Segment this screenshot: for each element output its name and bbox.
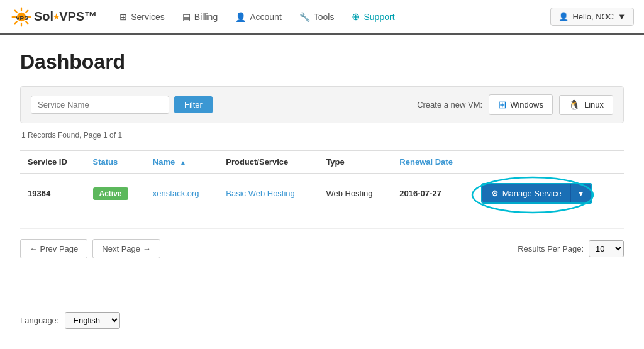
table-header: Service ID Status Name ▲ Product/Service… xyxy=(20,151,624,174)
language-select[interactable]: English Español Français Deutsch xyxy=(65,312,120,329)
main-content: Dashboard Filter Create a new VM: ⊞ Wind… xyxy=(0,35,644,274)
next-page-button[interactable]: Next Page → xyxy=(92,239,160,258)
billing-icon: ▤ xyxy=(182,12,191,22)
footer: Language: English Español Français Deuts… xyxy=(0,299,644,341)
nav-account-label: Account xyxy=(250,12,282,22)
main-nav: ⊞ Services ▤ Billing 👤 Account 🔧 Tools ⊕… xyxy=(112,7,550,26)
linux-label: Linux xyxy=(584,100,604,109)
services-table-container: Service ID Status Name ▲ Product/Service… xyxy=(20,150,624,213)
svg-line-6 xyxy=(26,21,28,23)
manage-btn-wrapper: ⚙ Manage Service ▼ xyxy=(481,183,616,204)
nav-tools-label: Tools xyxy=(314,12,335,22)
windows-icon: ⊞ xyxy=(498,99,506,111)
col-name[interactable]: Name ▲ xyxy=(145,151,218,174)
header-right: 👤 Hello, NOC ▼ xyxy=(550,8,634,26)
manage-service-button[interactable]: ⚙ Manage Service xyxy=(482,184,570,202)
gear-icon: ⚙ xyxy=(491,189,499,198)
language-row: Language: English Español Français Deuts… xyxy=(20,312,624,329)
col-action xyxy=(474,151,624,174)
cell-action: ⚙ Manage Service ▼ xyxy=(474,174,624,213)
records-info: 1 Records Found, Page 1 of 1 xyxy=(20,131,624,140)
nav-services[interactable]: ⊞ Services xyxy=(112,8,172,26)
svg-text:VPS: VPS xyxy=(16,14,28,21)
page-title: Dashboard xyxy=(20,50,624,74)
nav-support[interactable]: ⊕ Support xyxy=(344,7,402,26)
language-label: Language: xyxy=(20,316,58,325)
service-name-link[interactable]: xenstack.org xyxy=(153,189,199,198)
filter-left: Filter xyxy=(31,96,213,114)
filter-button[interactable]: Filter xyxy=(174,96,213,113)
linux-icon: 🐧 xyxy=(569,99,580,111)
user-menu-button[interactable]: 👤 Hello, NOC ▼ xyxy=(550,8,634,26)
user-greeting: Hello, NOC xyxy=(572,12,614,21)
sort-arrow-icon: ▲ xyxy=(180,159,186,166)
windows-vm-button[interactable]: ⊞ Windows xyxy=(489,94,553,115)
windows-label: Windows xyxy=(510,100,543,109)
dropdown-arrow-icon: ▼ xyxy=(618,12,626,21)
col-renewal-date: Renewal Date xyxy=(392,151,473,174)
page-buttons: ← Prev Page Next Page → xyxy=(20,239,160,258)
linux-vm-button[interactable]: 🐧 Linux xyxy=(559,95,613,115)
nav-billing[interactable]: ▤ Billing xyxy=(175,8,225,26)
logo-text: Sol⭑VPS™ xyxy=(34,9,97,24)
pagination-bar: ← Prev Page Next Page → Results Per Page… xyxy=(20,228,624,258)
manage-service-label: Manage Service xyxy=(502,189,562,198)
status-badge: Active xyxy=(93,187,128,200)
filter-bar: Filter Create a new VM: ⊞ Windows 🐧 Linu… xyxy=(20,86,624,123)
filter-right: Create a new VM: ⊞ Windows 🐧 Linux xyxy=(417,94,613,115)
account-icon: 👤 xyxy=(235,12,246,22)
table-row: 19364 Active xenstack.org Basic Web Host… xyxy=(20,174,624,213)
create-vm-label: Create a new VM: xyxy=(417,100,482,109)
per-page-select[interactable]: 10 25 50 100 xyxy=(589,240,624,257)
results-per-page: Results Per Page: 10 25 50 100 xyxy=(518,240,624,257)
nav-tools[interactable]: 🔧 Tools xyxy=(292,8,342,26)
nav-support-label: Support xyxy=(364,12,394,22)
results-per-page-label: Results Per Page: xyxy=(518,244,584,253)
col-status: Status xyxy=(86,151,145,174)
cell-name: xenstack.org xyxy=(145,174,218,213)
svg-line-7 xyxy=(26,10,28,12)
cell-product-service: Basic Web Hosting xyxy=(218,174,318,213)
nav-services-label: Services xyxy=(131,12,165,22)
user-icon: 👤 xyxy=(558,12,569,21)
col-product-service: Product/Service xyxy=(218,151,318,174)
tools-icon: 🔧 xyxy=(299,12,310,22)
cell-type: Web Hosting xyxy=(318,174,392,213)
support-icon: ⊕ xyxy=(352,11,360,23)
manage-btn-group: ⚙ Manage Service ▼ xyxy=(481,183,592,204)
col-service-id: Service ID xyxy=(20,151,86,174)
cell-status: Active xyxy=(86,174,145,213)
nav-account[interactable]: 👤 Account xyxy=(228,8,289,26)
nav-billing-label: Billing xyxy=(194,12,218,22)
product-service-link[interactable]: Basic Web Hosting xyxy=(226,189,295,198)
header: VPS Sol⭑VPS™ ⊞ Services ▤ Billing 👤 Acco… xyxy=(0,0,644,35)
logo[interactable]: VPS Sol⭑VPS™ xyxy=(10,6,97,28)
prev-page-button[interactable]: ← Prev Page xyxy=(20,239,87,258)
svg-line-5 xyxy=(15,10,17,12)
grid-icon: ⊞ xyxy=(119,12,127,22)
manage-service-dropdown-button[interactable]: ▼ xyxy=(570,184,591,202)
logo-icon: VPS xyxy=(10,6,33,28)
table-body: 19364 Active xenstack.org Basic Web Host… xyxy=(20,174,624,213)
chevron-down-icon: ▼ xyxy=(577,189,585,198)
cell-service-id: 19364 xyxy=(20,174,86,213)
cell-renewal-date: 2016-07-27 xyxy=(392,174,473,213)
services-table: Service ID Status Name ▲ Product/Service… xyxy=(20,151,624,213)
service-name-input[interactable] xyxy=(31,96,169,114)
svg-line-8 xyxy=(15,21,17,23)
col-type: Type xyxy=(318,151,392,174)
